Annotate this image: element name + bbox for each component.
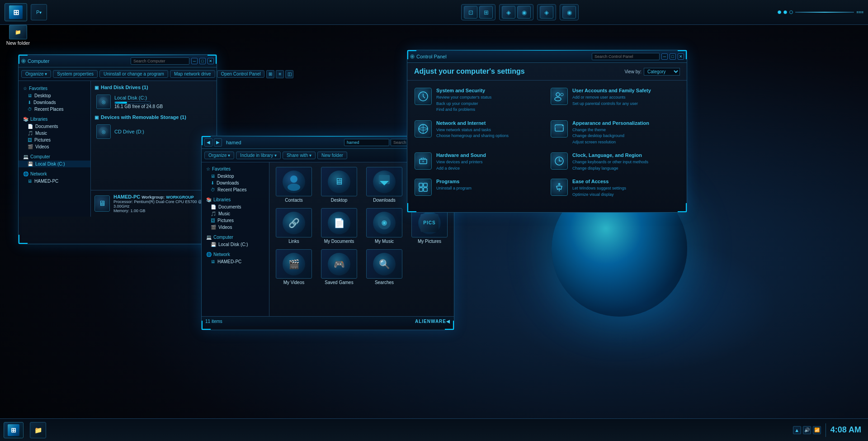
tray-icon-2[interactable]: 🔊: [803, 426, 811, 434]
top-icon-4[interactable]: ◉: [517, 6, 531, 19]
top-icon-3[interactable]: ◈: [502, 6, 515, 19]
desktop-new-folder[interactable]: 📁 New folder: [2, 25, 34, 46]
exp-sidebar-local-disk[interactable]: 💾 Local Disk (C:): [202, 241, 269, 248]
cp-user-accounts[interactable]: User Accounts and Family Safety Add or r…: [548, 85, 682, 116]
exp-sidebar-downloads[interactable]: ⬇ Downloads: [202, 180, 269, 186]
exp-sidebar-hamed-pc[interactable]: 🖥 HAMED-PC: [202, 258, 269, 265]
cp-clock-lang[interactable]: Clock, Language, and Region Change keybo…: [548, 150, 682, 174]
sidebar-item-pictures[interactable]: 🖼 Pictures: [19, 137, 90, 143]
system-clock[interactable]: 4:08 AM: [830, 425, 861, 435]
map-drive-button[interactable]: Map network drive: [170, 70, 215, 78]
exp-sidebar-pictures[interactable]: 🖼 Pictures: [202, 217, 269, 224]
maximize-button[interactable]: □: [199, 58, 206, 64]
sidebar-item-documents[interactable]: 📄 Documents: [19, 123, 90, 130]
sidebar-item-downloads[interactable]: ⬇ Downloads: [19, 99, 90, 106]
cp-link-keyboards[interactable]: Change keyboards or other input methods: [572, 159, 648, 166]
exp-sidebar-desktop[interactable]: 🖥 Desktop: [202, 173, 269, 180]
saved-games-thumb-icon: 🎮: [328, 253, 350, 275]
cp-network[interactable]: Network and Internet View network status…: [412, 118, 546, 148]
sidebar-item-videos[interactable]: 🎬 Videos: [19, 143, 90, 150]
sidebar-item-hamed-pc[interactable]: 🖥 HAMED-PC: [19, 178, 90, 185]
network-section: 🌐 Network 🖥 HAMED-PC: [19, 170, 90, 185]
top-icon-5[interactable]: ◈: [540, 6, 553, 19]
folder-searches[interactable]: 🔍 Searches: [363, 247, 406, 287]
start-button[interactable]: ⊞: [5, 3, 27, 21]
organize-button[interactable]: Organize ▾: [21, 70, 51, 78]
taskbar-top-right: ≡≡≡: [778, 10, 868, 14]
view-btn-3[interactable]: ◫: [285, 70, 293, 78]
cp-link-background[interactable]: Change desktop background: [572, 133, 649, 139]
drive-item-c[interactable]: ◎ Local Disk (C:) 16.1 GB free of 24.8 G…: [94, 93, 213, 111]
radio-3[interactable]: [789, 10, 793, 14]
computer-search-input[interactable]: [131, 57, 189, 65]
cp-link-homegroup[interactable]: Choose homegroup and sharing options: [436, 133, 509, 139]
cp-link-uninstall[interactable]: Uninstall a program: [436, 185, 472, 192]
system-security-icon: [415, 88, 432, 105]
radio-1[interactable]: [778, 10, 781, 14]
top-icon-2[interactable]: ⊞: [479, 6, 493, 19]
explorer-path[interactable]: hamed: [344, 139, 389, 146]
cp-search-input[interactable]: [592, 53, 660, 60]
cp-viewby-select[interactable]: Category Large icons Small icons: [644, 68, 680, 76]
sidebar-item-music[interactable]: 🎵 Music: [19, 130, 90, 137]
taskbar-folder-icon[interactable]: 📁: [30, 422, 46, 438]
open-control-panel-button[interactable]: Open Control Panel: [217, 70, 265, 78]
exp-sidebar-documents[interactable]: 📄 Documents: [202, 204, 269, 210]
explorer-organize-button[interactable]: Organize ▾: [204, 152, 234, 159]
cp-ease-access[interactable]: Ease of Access Let Windows suggest setti…: [548, 176, 682, 200]
bottom-start-button[interactable]: ⊞: [4, 422, 24, 438]
view-buttons: ⊞ ≡ ◫: [266, 70, 293, 78]
tray-icon-3[interactable]: 📶: [813, 426, 821, 434]
cp-link-parental[interactable]: Set up parental controls for any user: [572, 101, 651, 107]
cp-link-review[interactable]: Review your computer's status: [436, 95, 491, 101]
cp-programs[interactable]: Programs Uninstall a program: [412, 176, 546, 200]
forward-button[interactable]: ▶: [214, 138, 222, 147]
top-icon-1[interactable]: ⊡: [464, 6, 477, 19]
folder-my-videos[interactable]: 🎬 My Videos: [272, 247, 316, 287]
radio-2[interactable]: [783, 10, 787, 14]
taskbar-icon-1[interactable]: P▾: [31, 4, 47, 20]
folder-contacts[interactable]: Contacts: [272, 165, 316, 204]
top-icon-6[interactable]: ◉: [562, 6, 576, 19]
cp-system-security[interactable]: System and Security Review your computer…: [412, 85, 546, 116]
folder-desktop[interactable]: 🖥 Desktop: [317, 165, 361, 204]
tray-icon-1[interactable]: ▲: [793, 426, 801, 434]
cp-link-suggest[interactable]: Let Windows suggest settings: [572, 185, 626, 192]
cp-link-network-status[interactable]: View network status and tasks: [436, 127, 509, 133]
cp-link-display-lang[interactable]: Change display language: [572, 166, 648, 172]
share-with-button[interactable]: Share with ▾: [283, 152, 316, 159]
view-btn-1[interactable]: ⊞: [266, 70, 274, 78]
uninstall-button[interactable]: Uninstall or change a program: [99, 70, 168, 78]
folder-links[interactable]: 🔗 Links: [272, 206, 316, 246]
cp-maximize[interactable]: □: [670, 53, 676, 60]
sidebar-item-local-disk[interactable]: 💾 Local Disk (C:): [19, 161, 90, 167]
include-library-button[interactable]: Include in library ▾: [236, 152, 281, 159]
svg-point-17: [422, 161, 424, 162]
cp-link-add-user[interactable]: Add or remove user accounts: [572, 95, 651, 101]
folder-my-documents[interactable]: 📄 My Documents: [317, 206, 361, 246]
view-btn-2[interactable]: ≡: [276, 70, 284, 78]
sidebar-item-desktop[interactable]: 🖥 Desktop: [19, 92, 90, 99]
cp-link-backup[interactable]: Back up your computer: [436, 101, 491, 107]
new-folder-button[interactable]: New folder: [317, 152, 347, 159]
folder-my-music[interactable]: My Music: [363, 206, 406, 246]
cp-link-add-device[interactable]: Add a device: [436, 166, 486, 172]
cp-link-fix[interactable]: Find and fix problems: [436, 107, 491, 113]
hardware-text: Hardware and Sound View devices and prin…: [436, 152, 486, 171]
cp-minimize[interactable]: ─: [661, 53, 668, 60]
cp-appearance[interactable]: Appearance and Personalization Change th…: [548, 118, 682, 148]
cp-link-optimize[interactable]: Optimize visual display: [572, 192, 626, 198]
cp-link-theme[interactable]: Change the theme: [572, 127, 649, 133]
folder-downloads[interactable]: Downloads: [363, 165, 406, 204]
cp-link-devices[interactable]: View devices and printers: [436, 159, 486, 166]
cp-hardware[interactable]: Hardware and Sound View devices and prin…: [412, 150, 546, 174]
sidebar-item-recent[interactable]: ⏱ Recent Places: [19, 106, 90, 113]
minimize-button[interactable]: ─: [191, 58, 198, 64]
drive-item-d[interactable]: ◎ CD Drive (D:): [94, 123, 213, 141]
exp-sidebar-videos[interactable]: 🎬 Videos: [202, 224, 269, 231]
cp-link-resolution[interactable]: Adjust screen resolution: [572, 139, 649, 146]
exp-sidebar-recent[interactable]: ⏱ Recent Places: [202, 186, 269, 193]
folder-saved-games[interactable]: 🎮 Saved Games: [317, 247, 361, 287]
system-properties-button[interactable]: System properties: [53, 70, 98, 78]
exp-sidebar-music[interactable]: 🎵 Music: [202, 210, 269, 217]
